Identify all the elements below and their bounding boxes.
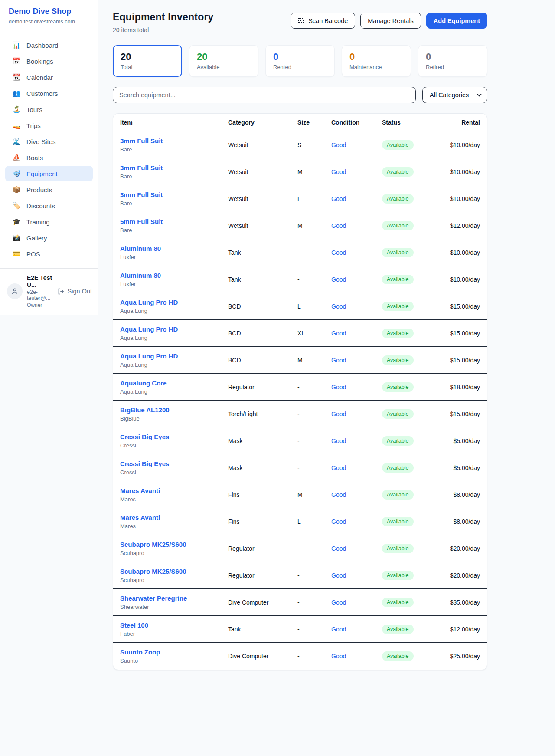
stat-card[interactable]: 20 Available xyxy=(189,45,258,77)
condition-link[interactable]: Good xyxy=(331,330,382,337)
sidebar: Demo Dive Shop demo.test.divestreams.com… xyxy=(0,0,98,315)
stat-card[interactable]: 0 Maintenance xyxy=(342,45,411,77)
item-brand: Mares xyxy=(120,496,228,503)
item-cell: Aqua Lung Pro HD Aqua Lung xyxy=(120,352,228,368)
condition-link[interactable]: Good xyxy=(331,545,382,552)
item-name-link[interactable]: BigBlue AL1200 xyxy=(120,406,228,414)
item-name-link[interactable]: Aqua Lung Pro HD xyxy=(120,325,228,333)
sidebar-item-dashboard[interactable]: 📊 Dashboard xyxy=(5,37,93,53)
sidebar-item-training[interactable]: 🎓 Training xyxy=(5,214,93,230)
sidebar-item-customers[interactable]: 👥 Customers xyxy=(5,85,93,101)
sidebar-item-pos[interactable]: 💳 POS xyxy=(5,246,93,262)
col-size: Size xyxy=(297,119,331,126)
sidebar-item-calendar[interactable]: 📆 Calendar xyxy=(5,69,93,85)
condition-link[interactable]: Good xyxy=(331,303,382,310)
category-select[interactable]: All Categories xyxy=(422,87,487,103)
item-name-link[interactable]: Steel 100 xyxy=(120,621,228,629)
item-name-link[interactable]: Shearwater Peregrine xyxy=(120,595,228,602)
condition-link[interactable]: Good xyxy=(331,518,382,525)
rental-cell: $12.00/day xyxy=(446,222,480,229)
condition-link[interactable]: Good xyxy=(331,249,382,256)
stat-card[interactable]: 0 Rented xyxy=(265,45,335,77)
sidebar-item-tours[interactable]: 🏝️ Tours xyxy=(5,102,93,117)
condition-link[interactable]: Good xyxy=(331,384,382,391)
item-name-link[interactable]: Cressi Big Eyes xyxy=(120,460,228,467)
condition-link[interactable]: Good xyxy=(331,599,382,606)
category-cell: BCD xyxy=(228,330,297,337)
item-brand: Mares xyxy=(120,523,228,529)
item-name-link[interactable]: 3mm Full Suit xyxy=(120,164,228,171)
condition-link[interactable]: Good xyxy=(331,276,382,283)
size-cell: - xyxy=(297,545,331,552)
stat-label: Maintenance xyxy=(349,64,403,70)
item-name-link[interactable]: Aqualung Core xyxy=(120,379,228,387)
item-name-link[interactable]: Aluminum 80 xyxy=(120,245,228,252)
item-name-link[interactable]: 5mm Full Suit xyxy=(120,218,228,225)
sidebar-item-products[interactable]: 📦 Products xyxy=(5,182,93,197)
item-name-link[interactable]: Aluminum 80 xyxy=(120,272,228,279)
table-row: Cressi Big Eyes Cressi Mask - Good Avail… xyxy=(113,427,487,454)
size-cell: M xyxy=(297,357,331,364)
size-cell: S xyxy=(297,141,331,148)
item-name-link[interactable]: Mares Avanti xyxy=(120,487,228,494)
item-brand: Aqua Lung xyxy=(120,335,228,341)
item-brand: Bare xyxy=(120,200,228,207)
sidebar-item-trips[interactable]: 🚤 Trips xyxy=(5,118,93,133)
condition-link[interactable]: Good xyxy=(331,357,382,364)
status-badge: Available xyxy=(382,598,414,607)
stat-card[interactable]: 20 Total xyxy=(113,45,182,77)
condition-link[interactable]: Good xyxy=(331,572,382,579)
sidebar-item-dive-sites[interactable]: 🌊 Dive Sites xyxy=(5,134,93,149)
condition-link[interactable]: Good xyxy=(331,222,382,229)
item-brand: Bare xyxy=(120,227,228,233)
manage-rentals-button[interactable]: Manage Rentals xyxy=(360,13,421,29)
size-cell: L xyxy=(297,303,331,310)
sidebar-item-gallery[interactable]: 📸 Gallery xyxy=(5,230,93,246)
item-name-link[interactable]: 3mm Full Suit xyxy=(120,137,228,145)
category-cell: Torch/Light xyxy=(228,411,297,417)
nav-icon: 🏷️ xyxy=(12,202,21,210)
stat-label: Total xyxy=(121,64,174,70)
condition-link[interactable]: Good xyxy=(331,411,382,417)
sidebar-item-boats[interactable]: ⛵ Boats xyxy=(5,150,93,165)
category-cell: Tank xyxy=(228,276,297,283)
search-input[interactable] xyxy=(113,87,416,103)
item-brand: Scubapro xyxy=(120,577,228,583)
status-cell: Available xyxy=(382,355,446,365)
item-cell: 3mm Full Suit Bare xyxy=(120,191,228,207)
chevron-down-icon xyxy=(477,93,482,97)
item-cell: Steel 100 Faber xyxy=(120,621,228,637)
condition-link[interactable]: Good xyxy=(331,464,382,471)
item-name-link[interactable]: Mares Avanti xyxy=(120,514,228,521)
header-actions: Scan Barcode Manage Rentals Add Equipmen… xyxy=(291,11,487,29)
add-equipment-button[interactable]: Add Equipment xyxy=(426,13,487,29)
table-row: Mares Avanti Mares Fins L Good Available… xyxy=(113,508,487,535)
scan-barcode-button[interactable]: Scan Barcode xyxy=(291,13,355,29)
item-cell: BigBlue AL1200 BigBlue xyxy=(120,406,228,422)
item-name-link[interactable]: Suunto Zoop xyxy=(120,648,228,656)
sidebar-item-equipment[interactable]: 🤿 Equipment xyxy=(5,166,93,181)
category-cell: Wetsuit xyxy=(228,222,297,229)
item-name-link[interactable]: Aqua Lung Pro HD xyxy=(120,299,228,306)
status-cell: Available xyxy=(382,571,446,580)
stat-card[interactable]: 0 Retired xyxy=(418,45,487,77)
item-name-link[interactable]: Scubapro MK25/S600 xyxy=(120,568,228,575)
item-name-link[interactable]: Cressi Big Eyes xyxy=(120,433,228,440)
sidebar-item-discounts[interactable]: 🏷️ Discounts xyxy=(5,198,93,214)
nav-icon: 📅 xyxy=(12,57,21,65)
filters-row: All Categories xyxy=(113,87,487,103)
condition-link[interactable]: Good xyxy=(331,653,382,660)
table-row: Scubapro MK25/S600 Scubapro Regulator - … xyxy=(113,562,487,589)
condition-link[interactable]: Good xyxy=(331,195,382,202)
item-name-link[interactable]: 3mm Full Suit xyxy=(120,191,228,198)
condition-link[interactable]: Good xyxy=(331,141,382,148)
item-name-link[interactable]: Aqua Lung Pro HD xyxy=(120,352,228,360)
item-name-link[interactable]: Scubapro MK25/S600 xyxy=(120,541,228,548)
condition-link[interactable]: Good xyxy=(331,491,382,498)
nav-icon: 👥 xyxy=(12,89,21,97)
condition-link[interactable]: Good xyxy=(331,168,382,175)
condition-link[interactable]: Good xyxy=(331,626,382,633)
sidebar-item-bookings[interactable]: 📅 Bookings xyxy=(5,53,93,69)
sign-out-button[interactable]: Sign Out xyxy=(57,288,92,295)
condition-link[interactable]: Good xyxy=(331,437,382,444)
